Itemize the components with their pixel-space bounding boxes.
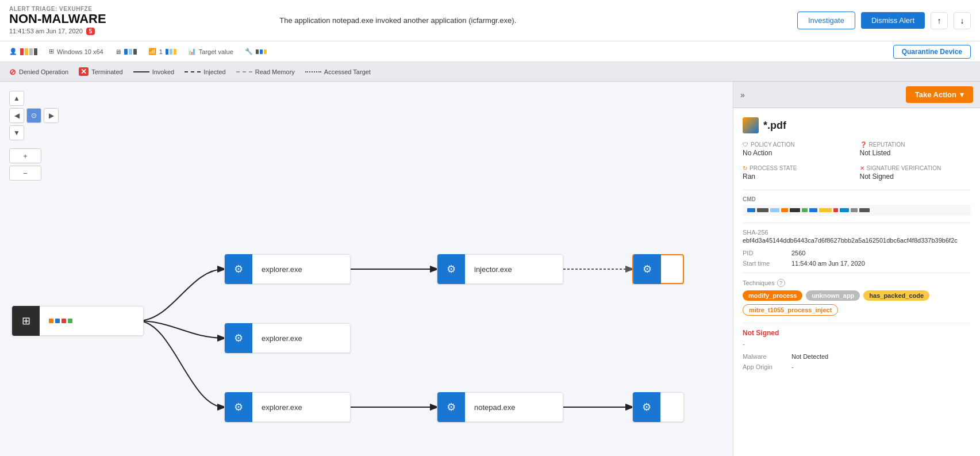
cmd-section: CMD — [743, 196, 971, 216]
file-title: *.pdf — [743, 117, 971, 133]
notepad-node[interactable]: ⚙ notepad.exe — [437, 392, 563, 422]
screen-icon: 🖥 — [115, 48, 121, 55]
injector-node[interactable]: ⚙ injector.exe — [437, 254, 563, 284]
explorer2-node[interactable]: ⚙ explorer.exe — [224, 323, 351, 353]
policy-action-item: 🛡 Policy Action No Action — [743, 141, 854, 157]
target2-node[interactable]: ⚙ — [632, 392, 684, 422]
zoom-in-button[interactable]: + — [9, 148, 41, 163]
app-origin-value: - — [791, 363, 794, 370]
denied-icon: ⊘ — [9, 67, 16, 76]
reputation-value: Not Listed — [860, 149, 971, 157]
malware-value: Not Detected — [791, 353, 828, 360]
notepad-label: notepad.exe — [465, 403, 525, 412]
target-value: 📊 Target value — [188, 48, 233, 55]
graph-arrows — [0, 82, 733, 456]
panel-body: *.pdf 🛡 Policy Action No Action ❓ Reputa… — [733, 108, 980, 456]
divider1 — [743, 190, 971, 190]
cmd-blurred-content — [747, 208, 966, 212]
start-time-row: Start time 11:54:40 am Jun 17, 2020 — [743, 260, 971, 267]
legend-read-memory: Read Memory — [236, 68, 295, 75]
target1-node[interactable]: ⚙ — [632, 254, 684, 284]
injector-icon: ⚙ — [437, 254, 465, 284]
system-bar: 👤 ⊞ Windows 10 x64 🖥 📶 1 📊 Target value — [0, 41, 980, 62]
network-info: 🔧 — [245, 48, 267, 55]
cmd-value — [743, 205, 971, 216]
legend-terminated: ✕ Terminated — [79, 67, 122, 76]
help-icon[interactable]: ? — [777, 279, 785, 287]
prev-alert-button[interactable]: ↑ — [931, 12, 948, 29]
collapse-button[interactable]: » — [740, 90, 745, 99]
reputation-icon: ❓ — [860, 141, 867, 148]
header-description: The application notepad.exe invoked anot… — [268, 16, 797, 25]
divider2 — [743, 223, 971, 223]
zoom-out-button[interactable]: − — [9, 166, 41, 181]
notepad-icon: ⚙ — [437, 392, 465, 422]
info-grid: 🛡 Policy Action No Action ❓ Reputation N… — [743, 141, 971, 181]
os-info: ⊞ Windows 10 x64 — [49, 48, 103, 55]
graph-area[interactable]: ▲ ◀ ⊙ ▶ ▼ + − — [0, 82, 733, 456]
technique-tags: modify_process unknown_app has_packed_co… — [743, 290, 971, 316]
divider4 — [743, 323, 971, 323]
tag-unknown-app[interactable]: unknown_app — [806, 290, 860, 301]
screen-info: 🖥 — [115, 48, 137, 55]
chart-icon: 📊 — [188, 48, 196, 55]
wifi-info: 📶 1 — [148, 48, 176, 55]
process-icon: ↻ — [743, 165, 747, 171]
dotted-line-icon — [305, 71, 321, 72]
legend-accessed-target: Accessed Target — [305, 68, 371, 75]
explorer3-label: explorer.exe — [252, 403, 312, 412]
windows-icon: ⊞ — [49, 48, 54, 55]
nav-down-button[interactable]: ▼ — [9, 125, 24, 140]
explorer2-label: explorer.exe — [252, 334, 312, 343]
process-state-value: Ran — [743, 173, 854, 181]
investigate-button[interactable]: Investigate — [797, 12, 855, 29]
header-left: ALERT TRIAGE: VEXUHFZE NON-MALWARE 11:41… — [9, 6, 268, 35]
process-state-item: ↻ Process State Ran — [743, 165, 854, 181]
policy-action-value: No Action — [743, 149, 854, 157]
sig-verification-item: ✕ Signature Verification Not Signed — [860, 165, 971, 181]
dismiss-alert-button[interactable]: Dismiss Alert — [861, 12, 925, 29]
malware-row: Malware Not Detected — [743, 353, 971, 360]
solid-line-icon — [133, 71, 149, 72]
root-node[interactable]: ⊞ — [11, 306, 144, 336]
quarantine-device-button[interactable]: Quarantine Device — [893, 45, 971, 59]
legend-injected: Injected — [185, 68, 226, 75]
root-node-label — [40, 319, 82, 323]
network-icon: 🔧 — [245, 48, 253, 55]
take-action-chevron-icon: ▾ — [960, 90, 964, 99]
sha-value: ebf4d3a45144ddb6443ca7d6f8627bbb2a5a1625… — [743, 237, 971, 244]
nav-right-button[interactable]: ▶ — [44, 108, 59, 123]
dotdash-line-icon — [236, 71, 252, 72]
next-alert-button[interactable]: ↓ — [954, 12, 971, 29]
tag-has-packed-code[interactable]: has_packed_code — [863, 290, 929, 301]
pid-row: PID 2560 — [743, 250, 971, 256]
wifi-icon: 📶 — [148, 48, 156, 55]
nav-controls: ▲ ◀ ⊙ ▶ ▼ + − — [9, 91, 59, 181]
alert-time: 11:41:53 am Jun 17, 2020 5 — [9, 28, 268, 35]
injector-label: injector.exe — [465, 265, 521, 274]
explorer1-node[interactable]: ⚙ explorer.exe — [224, 254, 351, 284]
user-info: 👤 — [9, 48, 37, 55]
divider3 — [743, 273, 971, 273]
target2-icon: ⚙ — [633, 392, 660, 422]
right-panel: » Take Action ▾ *.pdf 🛡 Policy Action No — [733, 82, 980, 456]
take-action-button[interactable]: Take Action ▾ — [906, 86, 973, 103]
target1-icon: ⚙ — [633, 254, 661, 284]
techniques-section: Techniques ? modify_process unknown_app … — [743, 279, 971, 316]
nav-center-button[interactable]: ⊙ — [26, 108, 41, 123]
file-icon — [743, 117, 759, 133]
tag-modify-process[interactable]: modify_process — [743, 290, 802, 301]
nav-left-button[interactable]: ◀ — [9, 108, 24, 123]
sig-verification-value: Not Signed — [860, 173, 971, 181]
explorer1-icon: ⚙ — [225, 254, 252, 284]
not-signed-label: Not Signed — [743, 329, 971, 337]
root-node-icon: ⊞ — [12, 306, 40, 336]
explorer3-icon: ⚙ — [225, 392, 252, 422]
nav-up-button[interactable]: ▲ — [9, 91, 24, 106]
explorer3-node[interactable]: ⚙ explorer.exe — [224, 392, 351, 422]
legend-invoked: Invoked — [133, 68, 175, 75]
legend-denied: ⊘ Denied Operation — [9, 67, 68, 76]
tag-mitre-inject[interactable]: mitre_t1055_process_inject — [743, 304, 838, 316]
explorer1-label: explorer.exe — [252, 265, 312, 274]
main-area: ▲ ◀ ⊙ ▶ ▼ + − — [0, 82, 980, 456]
